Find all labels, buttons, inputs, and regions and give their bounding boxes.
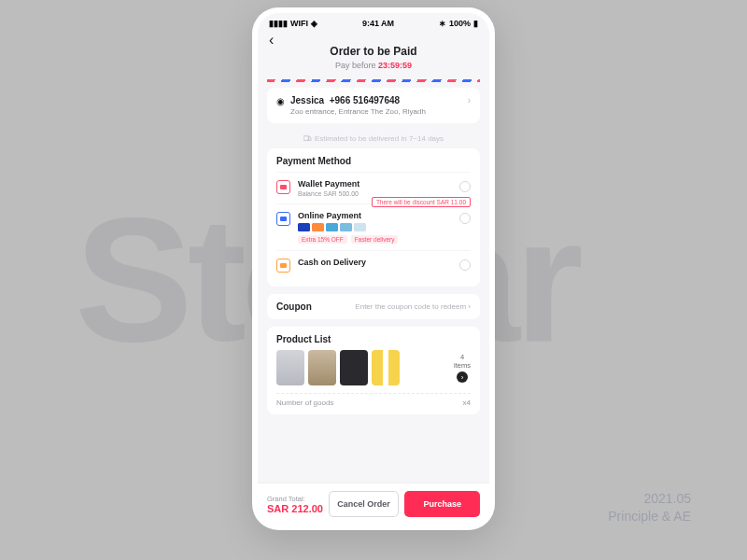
box-icon — [276, 259, 290, 273]
goods-qty-row: Number of goods x4 — [276, 393, 471, 407]
page-title: Order to be Paid — [269, 45, 478, 58]
mastercard-icon — [312, 223, 324, 231]
status-time: 9:41 AM — [362, 19, 394, 28]
card-icon — [276, 212, 290, 226]
discover-icon — [354, 223, 366, 231]
product-thumb[interactable] — [276, 350, 304, 385]
chevron-right-icon: › — [468, 95, 471, 116]
wifi-icon: ◈ — [311, 19, 317, 28]
chevron-right-icon: › — [468, 302, 471, 311]
visa-icon — [298, 223, 310, 231]
wallet-radio[interactable] — [459, 181, 471, 192]
pay-before: Pay before 23:59:59 — [269, 61, 478, 70]
coupon-label: Coupon — [276, 301, 312, 312]
discount-bubble: There will be discount SAR 11.00 — [372, 197, 471, 207]
promo-tag: Faster delivery — [351, 235, 399, 244]
online-radio[interactable] — [459, 213, 471, 224]
checkout-footer: Grand Total: SAR 212.00 Cancel Order Pur… — [258, 483, 489, 525]
product-thumb[interactable] — [372, 350, 400, 385]
airmail-stripe — [267, 79, 480, 82]
card-brands — [298, 223, 452, 231]
promo-tag: Extra 15% OFF — [298, 235, 347, 244]
page-caption: 2021.05 Principle & AE — [608, 490, 691, 526]
product-list-card: Product List 4 items › Number of goods x… — [267, 327, 480, 414]
purchase-button[interactable]: Purchase — [404, 491, 480, 517]
payment-method-card: Payment Method Wallet Payment Balance SA… — [267, 148, 480, 287]
cod-radio[interactable] — [459, 259, 471, 271]
phone-frame: ▮▮▮▮ WIFI ◈ 9:41 AM ∗ 100% ▮ ‹ Order to … — [252, 7, 495, 530]
grand-total: Grand Total: SAR 212.00 — [267, 495, 323, 514]
product-thumb[interactable] — [340, 350, 368, 385]
recipient-name-phone: Jessica +966 516497648 — [290, 95, 462, 105]
payment-section-title: Payment Method — [276, 156, 471, 166]
bluetooth-icon: ∗ — [439, 19, 446, 28]
coupon-row[interactable]: Coupon Enter the coupon code to redeem › — [267, 294, 480, 319]
items-count[interactable]: 4 items › — [454, 353, 471, 383]
address-card[interactable]: ◉ Jessica +966 516497648 Zoo entrance, E… — [267, 88, 480, 123]
battery-label: 100% — [449, 19, 471, 28]
product-thumbs[interactable]: 4 items › — [276, 350, 471, 385]
delivery-eta: Estimated to be delivered in 7~14 days — [267, 131, 480, 148]
payment-cod[interactable]: Cash on Delivery — [276, 250, 471, 279]
cancel-order-button[interactable]: Cancel Order — [329, 491, 399, 517]
product-list-title: Product List — [276, 334, 471, 344]
signal-icon: ▮▮▮▮ — [269, 19, 288, 28]
chevron-right-icon: › — [457, 371, 468, 383]
product-thumb[interactable] — [308, 350, 336, 385]
amex-icon — [326, 223, 338, 231]
battery-icon: ▮ — [473, 19, 478, 28]
address-line: Zoo entrance, Entrance The Zoo, Riyadh — [290, 107, 462, 116]
wallet-icon — [276, 180, 290, 194]
status-bar: ▮▮▮▮ WIFI ◈ 9:41 AM ∗ 100% ▮ — [258, 13, 489, 30]
nav-bar: ‹ Order to be Paid Pay before 23:59:59 — [258, 30, 489, 79]
payment-online[interactable]: There will be discount SAR 11.00 Online … — [276, 203, 471, 250]
diners-icon — [340, 223, 352, 231]
svg-rect-0 — [303, 136, 308, 141]
location-pin-icon: ◉ — [276, 96, 285, 116]
wifi-label: WIFI — [290, 19, 308, 28]
screen: ▮▮▮▮ WIFI ◈ 9:41 AM ∗ 100% ▮ ‹ Order to … — [258, 13, 489, 525]
countdown-timer: 23:59:59 — [378, 61, 412, 70]
